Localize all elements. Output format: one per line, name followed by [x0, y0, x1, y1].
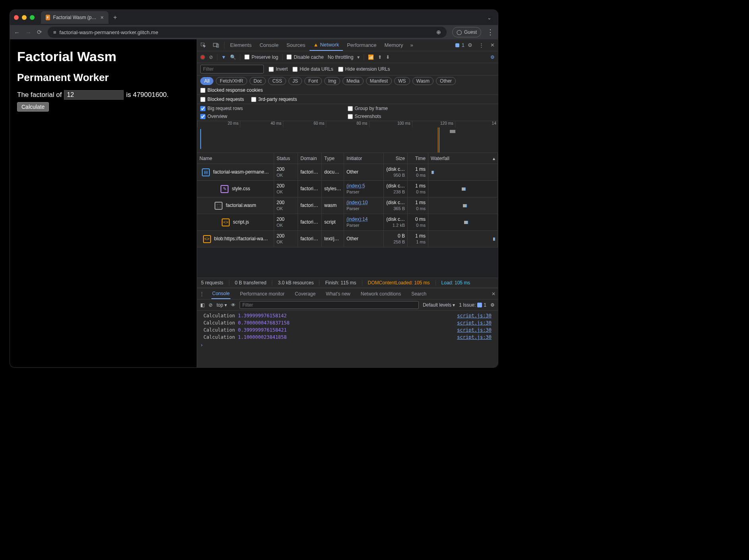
column-header-time[interactable]: Time [408, 153, 428, 164]
overview-timeline[interactable]: 20 ms40 ms60 ms80 ms100 ms120 ms14 [197, 121, 498, 153]
filter-pill-all[interactable]: All [200, 77, 213, 85]
devtools-menu-icon[interactable]: ⋮ [476, 42, 487, 48]
close-devtools-icon[interactable]: ✕ [487, 42, 498, 48]
filter-pill-css[interactable]: CSS [268, 77, 286, 85]
blocked-cookies-checkbox[interactable]: Blocked response cookies [200, 87, 263, 93]
log-source-link[interactable]: script.js:30 [457, 320, 492, 326]
clear-icon[interactable]: ⊘ [209, 54, 213, 60]
devtools-tab-memory[interactable]: Memory [381, 39, 407, 51]
big-rows-checkbox[interactable]: Big request rows [200, 106, 348, 111]
column-header-status[interactable]: Status [274, 153, 298, 164]
zoom-icon[interactable]: ⊕ [436, 29, 441, 35]
filter-pill-other[interactable]: Other [436, 77, 456, 85]
devtools-tab-console[interactable]: Console [255, 39, 283, 51]
filter-pill-js[interactable]: JS [288, 77, 302, 85]
column-header-domain[interactable]: Domain [298, 153, 322, 164]
log-source-link[interactable]: script.js:30 [457, 313, 492, 319]
factorial-input[interactable] [64, 90, 124, 100]
table-row[interactable]: ✎style.css200OKfactori…styles…(index):5P… [197, 181, 498, 197]
devtools-tab-sources[interactable]: Sources [283, 39, 310, 51]
tabs-dropdown-icon[interactable]: ⌄ [487, 15, 492, 21]
minimize-window[interactable] [22, 15, 27, 20]
drawer-tab-search[interactable]: Search [410, 288, 427, 299]
browser-menu-icon[interactable]: ⋮ [487, 28, 494, 37]
forward-icon[interactable]: → [25, 29, 31, 36]
disable-cache-checkbox[interactable]: Disable cache [286, 54, 323, 60]
drawer-menu-icon[interactable]: ⋮ [199, 291, 204, 297]
more-tabs-icon[interactable]: » [407, 42, 416, 48]
calculate-button[interactable]: Calculate [17, 102, 49, 112]
drawer-tab-console[interactable]: Console [211, 288, 230, 299]
invert-checkbox[interactable]: Invert [269, 66, 288, 72]
live-expression-icon[interactable]: 👁 [231, 302, 236, 308]
initiator-link[interactable]: (index):14 [346, 216, 368, 223]
network-settings-icon[interactable]: ⚙ [490, 54, 495, 60]
filter-pill-doc[interactable]: Doc [250, 77, 266, 85]
devtools-tab-performance[interactable]: Performance [343, 39, 380, 51]
back-icon[interactable]: ← [14, 29, 20, 36]
blocked-requests-checkbox[interactable]: Blocked requests [200, 97, 244, 102]
settings-icon[interactable]: ⚙ [464, 42, 476, 48]
filter-toggle-icon[interactable]: ▼ [221, 54, 226, 60]
table-row[interactable]: ⬚factorial.wasm200OKfactori…wasm(index):… [197, 197, 498, 214]
console-issues[interactable]: 1 Issue: 1 [459, 302, 486, 308]
table-row[interactable]: <>blob:https://factorial-wa…200OKfactori… [197, 231, 498, 247]
log-source-link[interactable]: script.js:30 [457, 327, 492, 333]
console-settings-icon[interactable]: ⚙ [490, 302, 495, 308]
browser-tab[interactable]: F Factorial Wasm (permanent × [41, 11, 108, 24]
console-sidebar-icon[interactable]: ◧ [200, 302, 205, 308]
url-field[interactable]: ≡ factorial-wasm-permanent-worker.glitch… [48, 27, 447, 38]
throttling-select[interactable]: No throttling [328, 54, 354, 60]
filter-pill-fetchxhr[interactable]: Fetch/XHR [216, 77, 247, 85]
maximize-window[interactable] [30, 15, 35, 20]
filter-pill-wasm[interactable]: Wasm [412, 77, 434, 85]
search-icon[interactable]: 🔍 [230, 54, 236, 60]
log-source-link[interactable]: script.js:30 [457, 334, 492, 340]
column-header-size[interactable]: Size [384, 153, 408, 164]
column-header-name[interactable]: Name [197, 153, 274, 164]
column-header-waterfall[interactable]: Waterfall▴ [428, 153, 498, 164]
close-tab-icon[interactable]: × [101, 14, 104, 21]
close-window[interactable] [14, 15, 19, 20]
export-har-icon[interactable]: ⬇ [386, 54, 390, 60]
preserve-log-checkbox[interactable]: Preserve log [244, 54, 278, 60]
reload-icon[interactable]: ⟳ [37, 29, 42, 36]
clear-console-icon[interactable]: ⊘ [209, 302, 213, 308]
record-icon[interactable] [200, 55, 205, 60]
close-drawer-icon[interactable]: ✕ [492, 291, 495, 297]
filter-input[interactable] [200, 65, 264, 73]
import-har-icon[interactable]: ⬆ [378, 54, 382, 60]
column-header-type[interactable]: Type [322, 153, 344, 164]
context-select[interactable]: top ▾ [217, 302, 227, 308]
overview-checkbox[interactable]: Overview [200, 114, 348, 119]
column-header-initiator[interactable]: Initiator [344, 153, 384, 164]
drawer-tab-performance-monitor[interactable]: Performance monitor [239, 288, 285, 299]
hide-extension-urls-checkbox[interactable]: Hide extension URLs [338, 66, 390, 72]
drawer-tab-coverage[interactable]: Coverage [294, 288, 316, 299]
issues-badge[interactable]: 1 [455, 42, 464, 48]
drawer-tab-network-conditions[interactable]: Network conditions [360, 288, 402, 299]
console-prompt[interactable]: › [197, 341, 498, 350]
table-row[interactable]: ▤factorial-wasm-permane…200OKfactori…doc… [197, 164, 498, 181]
filter-pill-ws[interactable]: WS [394, 77, 410, 85]
inspect-icon[interactable] [197, 42, 210, 48]
devtools-tab-elements[interactable]: Elements [226, 39, 255, 51]
site-info-icon[interactable]: ≡ [53, 29, 56, 35]
filter-pill-img[interactable]: Img [324, 77, 340, 85]
device-toolbar-icon[interactable] [210, 42, 223, 48]
third-party-checkbox[interactable]: 3rd-party requests [251, 97, 297, 102]
throttling-chevron-icon[interactable]: ▾ [357, 54, 360, 60]
profile-badge[interactable]: ◯ Guest [452, 27, 481, 37]
initiator-link[interactable]: (index):5 [346, 183, 365, 189]
log-levels-select[interactable]: Default levels ▾ [423, 302, 455, 308]
hide-data-urls-checkbox[interactable]: Hide data URLs [292, 66, 333, 72]
network-conditions-icon[interactable]: 📶 [368, 54, 374, 60]
table-row[interactable]: <>script.js200OKfactori…script(index):14… [197, 214, 498, 231]
filter-pill-font[interactable]: Font [304, 77, 322, 85]
filter-pill-manifest[interactable]: Manifest [366, 77, 392, 85]
initiator-link[interactable]: (index):10 [346, 200, 368, 206]
screenshots-checkbox[interactable]: Screenshots [348, 114, 495, 119]
filter-pill-media[interactable]: Media [343, 77, 364, 85]
group-by-frame-checkbox[interactable]: Group by frame [348, 106, 495, 111]
devtools-tab-network[interactable]: ▲Network [310, 39, 343, 51]
